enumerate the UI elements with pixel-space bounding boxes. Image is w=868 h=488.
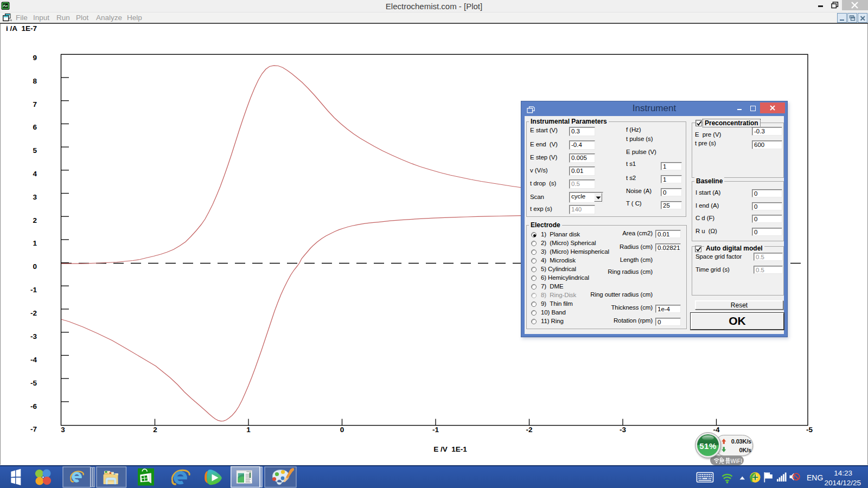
svg-text:-1: -1 [30,286,37,294]
svg-text:8: 8 [33,77,37,85]
svg-text:2: 2 [33,216,37,224]
svg-text:-4: -4 [30,356,37,364]
svg-text:-2: -2 [30,309,37,317]
svg-text:1: 1 [246,426,251,434]
svg-text:-3: -3 [30,332,37,341]
svg-text:2: 2 [153,426,157,434]
svg-text:9: 9 [33,54,37,62]
svg-text:-5: -5 [30,379,37,387]
svg-text:-2: -2 [526,426,532,434]
svg-text:-7: -7 [30,425,37,433]
svg-text:ENG: ENG [807,473,823,482]
svg-text:6: 6 [33,123,37,131]
svg-text:4: 4 [33,170,37,178]
svg-text:-4: -4 [713,426,719,434]
svg-text:2014/12/25: 2014/12/25 [824,479,861,487]
svg-text:14:23: 14:23 [834,469,852,477]
svg-text:3: 3 [61,426,65,434]
svg-text:-5: -5 [806,426,813,434]
svg-text:1: 1 [33,239,37,247]
svg-text:0: 0 [340,426,344,434]
svg-text:7: 7 [33,100,37,108]
svg-text:-1: -1 [432,426,439,434]
svg-text:5: 5 [33,146,37,155]
svg-text:3: 3 [33,193,37,201]
svg-text:-3: -3 [620,426,626,434]
svg-text:E /V 1E-1: E /V 1E-1 [433,445,467,453]
svg-text:WiFI: WiFI [731,458,743,464]
svg-text:i /A 1E-7: i /A 1E-7 [6,24,37,33]
svg-text:0: 0 [33,262,37,271]
svg-text:-6: -6 [30,402,37,410]
